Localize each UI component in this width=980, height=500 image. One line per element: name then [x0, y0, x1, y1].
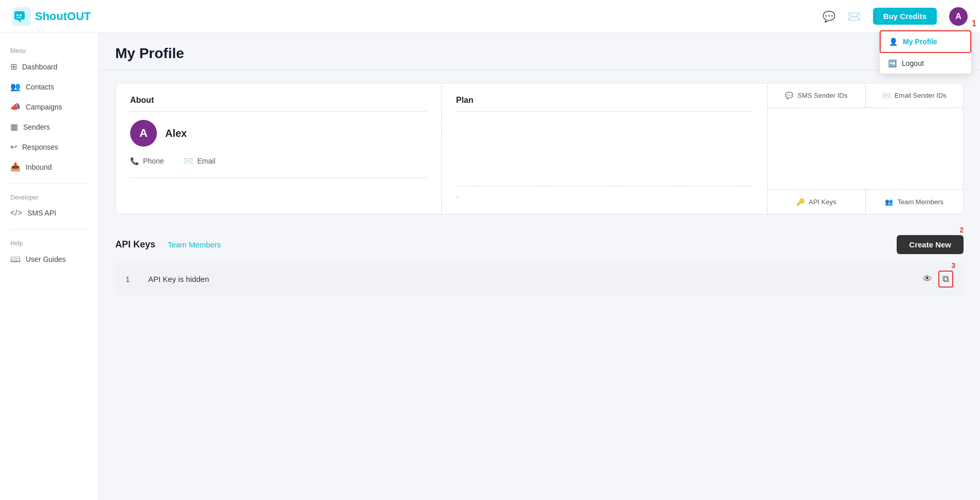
sidebar-divider-1 [8, 183, 90, 184]
sidebar-item-responses[interactable]: ↩ Responses [0, 137, 98, 157]
profile-dropdown: 1 👤 My Profile ➡️ Logout [879, 30, 972, 74]
logout-label: Logout [902, 59, 924, 67]
mail-icon-btn[interactable]: ✉️ [848, 10, 861, 23]
my-profile-label: My Profile [903, 38, 937, 46]
about-footer [130, 177, 427, 184]
sidebar: Menu ⊞ Dashboard 👥 Contacts 📣 Campaigns … [0, 33, 99, 500]
page-header: My Profile [99, 33, 980, 70]
svg-rect-5 [16, 17, 22, 18]
my-profile-item[interactable]: 👤 My Profile [880, 30, 971, 53]
sidebar-divider-2 [8, 229, 90, 229]
plan-footer: - [456, 186, 753, 202]
buy-credits-button[interactable]: Buy Credits [873, 8, 937, 25]
menu-label: Menu [0, 43, 98, 57]
sidebar-label-user-guides: User Guides [26, 255, 66, 263]
api-keys-title: API Keys [115, 239, 155, 250]
team-members-link[interactable]: Team Members [168, 240, 221, 249]
email-sender-icon: ✉️ [882, 92, 890, 99]
logo-icon [12, 7, 31, 26]
sidebar-item-user-guides[interactable]: 📖 User Guides [0, 249, 98, 269]
avatar-button[interactable]: A [949, 7, 968, 26]
logout-icon: ➡️ [888, 59, 897, 67]
phone-icon: 📞 [130, 157, 139, 165]
sidebar-label-contacts: Contacts [26, 83, 54, 91]
plan-card: Plan - [442, 83, 768, 214]
inbound-icon: 📥 [10, 162, 21, 172]
sidebar-item-dashboard[interactable]: ⊞ Dashboard [0, 57, 98, 77]
user-guides-icon: 📖 [10, 254, 21, 264]
team-members-tab[interactable]: 👥 Team Members [866, 190, 964, 214]
sidebar-label-inbound: Inbound [26, 163, 52, 171]
create-new-button[interactable]: Create New [897, 235, 964, 254]
sidebar-label-senders: Senders [23, 123, 50, 131]
api-header: API Keys Team Members 2 Create New [115, 227, 964, 262]
help-label: Help [0, 236, 98, 249]
api-key-num: 1 [126, 275, 136, 283]
responses-icon: ↩ [10, 142, 17, 152]
topnav-icons: 💬 ✉️ Buy Credits A [823, 7, 968, 26]
topnav: ShoutOUT 💬 ✉️ Buy Credits A 1 👤 My Profi… [0, 0, 980, 33]
sidebar-item-contacts[interactable]: 👥 Contacts [0, 77, 98, 97]
campaigns-icon: 📣 [10, 102, 21, 112]
phone-label: Phone [143, 157, 164, 165]
svg-rect-4 [20, 14, 22, 16]
step-1-badge: 1 [972, 19, 976, 28]
api-keys-tab[interactable]: 🔑 API Keys [768, 190, 866, 214]
api-keys-icon: 🔑 [796, 198, 805, 206]
main-content: My Profile About A Alex 📞 Phone ✉️ [99, 33, 980, 500]
sidebar-item-sms-api[interactable]: </> SMS API [0, 203, 98, 223]
sms-sender-ids-tab[interactable]: 💬 SMS Sender IDs [768, 83, 866, 108]
sidebar-label-campaigns: Campaigns [26, 103, 62, 111]
senders-icon: ▦ [10, 122, 18, 132]
sidebar-label-sms-api: SMS API [27, 209, 56, 217]
email-item: ✉️ Email [184, 157, 215, 165]
sidebar-item-inbound[interactable]: 📥 Inbound [0, 157, 98, 177]
phone-item: 📞 Phone [130, 157, 164, 165]
sidebar-item-campaigns[interactable]: 📣 Campaigns [0, 97, 98, 117]
developer-label: Developer [0, 190, 98, 203]
page-title: My Profile [115, 45, 964, 62]
plan-title: Plan [456, 96, 753, 112]
logo[interactable]: ShoutOUT [12, 7, 91, 26]
api-section: API Keys Team Members 2 Create New 1 API… [115, 227, 964, 296]
copy-wrapper: 3 ⧉ [938, 271, 953, 288]
panel-top-tabs: 💬 SMS Sender IDs ✉️ Email Sender IDs [768, 83, 963, 108]
notification-icon-btn[interactable]: 💬 [823, 10, 835, 23]
contact-row: 📞 Phone ✉️ Email [130, 157, 427, 165]
user-row: A Alex [130, 120, 427, 147]
step-2-badge: 2 [959, 226, 964, 234]
about-card: About A Alex 📞 Phone ✉️ Email [116, 83, 442, 214]
about-title: About [130, 96, 427, 112]
api-key-value: API Key is hidden [148, 275, 923, 283]
svg-rect-3 [16, 14, 19, 16]
step-3-badge: 3 [951, 261, 955, 270]
contacts-icon: 👥 [10, 82, 21, 92]
right-panel: 💬 SMS Sender IDs ✉️ Email Sender IDs 🔑 A… [768, 83, 963, 214]
sidebar-item-senders[interactable]: ▦ Senders [0, 117, 98, 137]
dashboard-icon: ⊞ [10, 62, 17, 72]
profile-icon: 👤 [889, 38, 898, 46]
panel-bottom-tabs: 🔑 API Keys 👥 Team Members [768, 189, 963, 214]
plan-content [456, 120, 753, 182]
sms-sender-icon: 💬 [785, 92, 793, 99]
email-label: Email [197, 157, 215, 165]
user-name: Alex [165, 128, 187, 139]
profile-cards: About A Alex 📞 Phone ✉️ Email [115, 83, 964, 215]
create-new-wrapper: 2 Create New [897, 235, 964, 254]
main-layout: Menu ⊞ Dashboard 👥 Contacts 📣 Campaigns … [0, 33, 980, 500]
panel-spacer [768, 108, 963, 189]
sidebar-label-dashboard: Dashboard [22, 63, 58, 71]
logout-item[interactable]: ➡️ Logout [880, 53, 971, 74]
sidebar-label-responses: Responses [22, 143, 58, 151]
email-sender-ids-tab[interactable]: ✉️ Email Sender IDs [866, 83, 964, 108]
user-avatar: A [130, 120, 157, 147]
logo-text: ShoutOUT [35, 10, 91, 23]
api-key-actions: 👁 3 ⧉ [923, 271, 953, 288]
team-members-icon: 👥 [885, 198, 893, 206]
sms-api-icon: </> [10, 208, 22, 218]
email-icon: ✉️ [184, 157, 193, 165]
view-key-button[interactable]: 👁 [923, 274, 932, 284]
dropdown-arrow [957, 25, 965, 30]
api-key-row: 1 API Key is hidden 👁 3 ⧉ [115, 262, 964, 296]
copy-key-button[interactable]: ⧉ [938, 271, 953, 288]
